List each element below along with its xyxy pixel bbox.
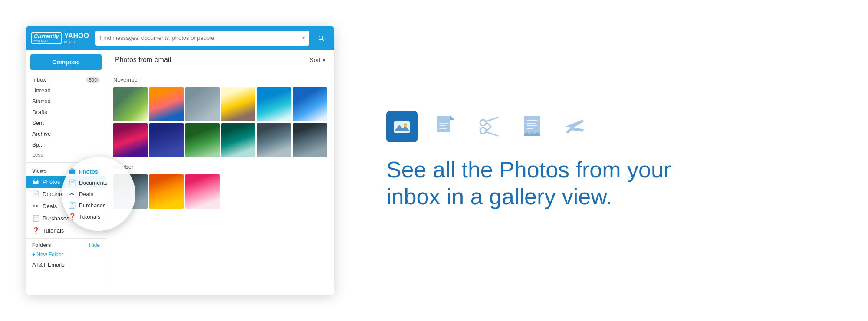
promo-receipt-icon (523, 115, 542, 138)
svg-rect-17 (527, 120, 537, 121)
photo-thumb[interactable] (293, 123, 327, 157)
search-icon (318, 35, 325, 42)
mag-tutorials-item[interactable]: ❓ Tutorials (69, 211, 128, 222)
folders-label: Folders (32, 242, 51, 248)
svg-point-0 (319, 36, 323, 39)
svg-rect-5 (437, 116, 450, 132)
mail-text: MAIL (64, 40, 92, 44)
mag-purchases-label: Purchases (79, 202, 105, 209)
hide-folders-button[interactable]: Hide (89, 242, 100, 248)
content-header: Photos from email Sort ▾ (106, 50, 334, 70)
brand-area: Currently from AT&T YAHOO! MAIL (31, 32, 91, 44)
photo-thumb[interactable] (185, 123, 220, 157)
sent-label: Sent (32, 120, 44, 126)
mag-documents-item[interactable]: 📄 Documents (69, 177, 128, 188)
svg-line-12 (486, 118, 498, 121)
svg-rect-2 (394, 121, 410, 133)
svg-rect-20 (527, 128, 533, 129)
svg-line-13 (486, 132, 498, 136)
photo-view-icon: 🏔 (32, 178, 39, 185)
photo-thumb[interactable] (113, 123, 148, 157)
purchases-label: Purchases (43, 215, 69, 222)
main-content: Photos from email Sort ▾ November (106, 50, 334, 295)
promo-icons-row (386, 111, 816, 142)
photo-thumb[interactable] (185, 87, 220, 121)
mag-deals-icon: ✂ (69, 190, 76, 197)
document-view-icon: 📄 (32, 190, 39, 197)
search-input[interactable] (100, 35, 300, 41)
yahoo-text: YAHOO! (64, 32, 92, 39)
promo-receipt-icon-box (516, 111, 548, 142)
photo-thumb[interactable] (257, 87, 291, 121)
sidebar-item-spam[interactable]: Sp... (26, 139, 106, 150)
inbox-label: Inbox (32, 76, 46, 83)
spam-label: Sp... (32, 141, 44, 148)
tutorials-view-icon: ❓ (32, 227, 39, 234)
october-label: October (113, 164, 327, 170)
app-window: Currently from AT&T YAHOO! MAIL ▾ (26, 26, 334, 295)
promo-scissors-icon (478, 116, 500, 138)
currently-text: Currently (34, 33, 59, 39)
search-button[interactable] (313, 31, 329, 46)
deals-label: Deals (43, 203, 57, 210)
sidebar-item-archive[interactable]: Archive (26, 128, 106, 139)
photo-thumb[interactable] (185, 174, 220, 209)
mag-deals-item[interactable]: ✂ Deals (69, 188, 128, 200)
sidebar-item-inbox[interactable]: Inbox 509 (26, 74, 106, 85)
currently-logo: Currently from AT&T (31, 32, 62, 44)
unread-label: Unread (32, 87, 51, 94)
photo-thumb[interactable] (293, 87, 327, 121)
new-folder-button[interactable]: + New Folder (26, 250, 106, 259)
starred-label: Starred (32, 98, 51, 105)
mag-photos-item[interactable]: 🏔 Photos (69, 166, 128, 177)
search-bar: ▾ (95, 31, 309, 46)
folder-att-emails[interactable]: AT&T Emails (26, 259, 106, 270)
photo-thumb[interactable] (221, 123, 256, 157)
archive-label: Archive (32, 131, 51, 137)
svg-point-11 (480, 128, 486, 134)
sidebar-item-drafts[interactable]: Drafts (26, 107, 106, 118)
compose-button[interactable]: Compose (30, 54, 102, 70)
photo-thumb[interactable] (221, 87, 256, 121)
promo-document-icon (436, 115, 455, 138)
views-label: Views (32, 168, 47, 174)
promo-scissors-icon-box (473, 111, 504, 142)
mag-purchases-item[interactable]: 🧾 Purchases (69, 200, 128, 211)
photos-label: Photos (43, 179, 60, 185)
svg-line-1 (322, 39, 324, 41)
photo-thumb[interactable] (257, 123, 291, 157)
chevron-down-icon: ▾ (302, 36, 305, 40)
promo-section: See all the Photos from your inbox in a … (360, 94, 842, 228)
photo-thumb[interactable] (149, 123, 184, 157)
magnifier-overlay: 🏔 Photos 📄 Documents ✂ Deals 🧾 Purchases… (62, 157, 135, 231)
sidebar-item-starred[interactable]: Starred (26, 96, 106, 107)
promo-plane-icon-box (560, 111, 591, 142)
sidebar-item-unread[interactable]: Unread (26, 85, 106, 96)
mag-tutorials-label: Tutorials (79, 213, 100, 220)
promo-document-icon-box (430, 111, 461, 142)
photo-thumb[interactable] (149, 87, 184, 121)
sort-button[interactable]: Sort ▾ (309, 56, 326, 63)
photos-grid-area[interactable]: November Oc (106, 70, 334, 295)
mag-photo-icon: 🏔 (69, 168, 76, 175)
from-att-text: from AT&T (34, 39, 59, 43)
october-photo-grid (113, 174, 327, 209)
drafts-label: Drafts (32, 109, 47, 115)
photo-thumb[interactable] (149, 174, 184, 209)
november-label: November (113, 76, 327, 83)
photo-thumb[interactable] (113, 87, 148, 121)
header-bar: Currently from AT&T YAHOO! MAIL ▾ (26, 26, 334, 50)
promo-headline: See all the Photos from your inbox in a … (386, 156, 690, 210)
promo-plane-icon (563, 118, 588, 135)
sidebar-item-sent[interactable]: Sent (26, 118, 106, 128)
mag-document-icon: 📄 (69, 179, 76, 186)
november-photo-grid (113, 87, 327, 157)
content-title: Photos from email (115, 56, 171, 64)
promo-photos-icon-box (386, 111, 418, 142)
deals-view-icon: ✂ (32, 203, 39, 210)
svg-rect-8 (439, 125, 446, 126)
yahoo-mail-logo: YAHOO! MAIL (64, 32, 92, 44)
svg-rect-9 (439, 128, 447, 129)
mag-documents-label: Documents (79, 180, 108, 186)
mag-deals-label: Deals (79, 191, 93, 197)
